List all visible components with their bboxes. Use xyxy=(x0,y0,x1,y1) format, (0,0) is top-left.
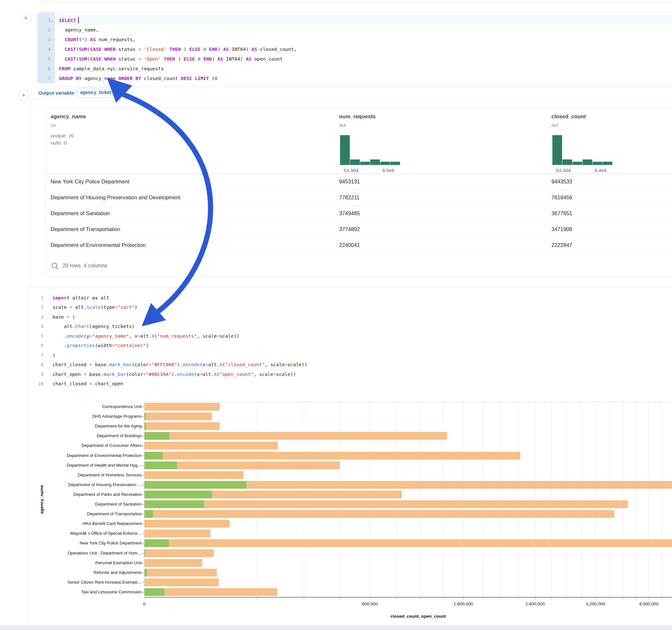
table-cell: 9443533 xyxy=(551,178,572,185)
table-cell: Department of Transportation xyxy=(51,226,120,232)
add-cell-button-output[interactable]: + xyxy=(18,90,29,101)
code-text: .properties(width="container") xyxy=(48,343,149,348)
column-header[interactable]: agency_name xyxy=(51,114,86,120)
code-text: chart_closed + chart_open xyxy=(48,381,123,386)
output-variable-chip[interactable]: agency_tickets xyxy=(77,88,112,98)
python-code-line[interactable]: 7) xyxy=(28,350,672,360)
python-code-line[interactable]: 1import altair as alt xyxy=(28,293,672,303)
histogram-bar xyxy=(573,162,582,165)
python-code-line[interactable]: 8chart_closed = base.mark_bar(color="#FF… xyxy=(28,360,672,370)
line-number: 10 xyxy=(28,381,48,386)
table-cell: 2240041 xyxy=(339,242,360,248)
python-code-line[interactable]: 5 .encode(y="agency_name", x=alt.X("num_… xyxy=(28,331,672,341)
code-text: .encode(y="agency_name", x=alt.X("num_re… xyxy=(48,334,239,339)
python-code-line[interactable]: 2scale = alt.Scale(type="sqrt") xyxy=(28,303,672,312)
line-number: 1⌄ xyxy=(38,18,55,23)
histogram-bar xyxy=(593,162,602,165)
code-text: GROUP BY agency_name ORDER BY closed_cou… xyxy=(55,76,217,81)
line-number: 6 xyxy=(28,343,48,348)
histogram-max-label: 9.4e6 xyxy=(595,168,607,173)
python-code-line[interactable]: 6 .properties(width="container") xyxy=(28,341,672,350)
table-row[interactable]: Department of Environmental Protection22… xyxy=(46,238,672,254)
output-variable-label: Output variable: xyxy=(38,90,75,96)
column-histogram xyxy=(552,135,613,165)
histogram-min-label: 53,304 xyxy=(556,168,571,173)
line-number: 6 xyxy=(38,66,55,71)
python-code-line[interactable]: 3⌄base = ( xyxy=(28,312,672,322)
table-cell: 3749485 xyxy=(339,210,360,217)
sql-cell: 1⌄SELECT2 agency_name,3 COUNT(*) AS num_… xyxy=(37,12,672,87)
sql-code-line[interactable]: 3 COUNT(*) AS num_requests, xyxy=(38,35,672,44)
sql-editor[interactable]: 1⌄SELECT2 agency_name,3 COUNT(*) AS num_… xyxy=(38,13,672,83)
code-text: CAST(SUM(CASE WHEN status = 'Closed' THE… xyxy=(55,47,296,52)
line-number: 3⌄ xyxy=(28,314,48,319)
column-stat: nulls: 0 xyxy=(51,140,67,146)
sql-code-line[interactable]: 4 CAST(SUM(CASE WHEN status = 'Closed' T… xyxy=(38,44,672,54)
table-row-count: 20 rows, 4 columns xyxy=(63,263,107,269)
table-cell: Department of Housing Preservation and D… xyxy=(51,194,181,201)
code-text: SELECT xyxy=(55,17,79,23)
table-cell: 3774892 xyxy=(339,226,360,232)
code-text: alt.Chart(agency_tickets) xyxy=(48,324,135,329)
histogram-bar xyxy=(360,162,370,165)
sql-code-line[interactable]: 7GROUP BY agency_name ORDER BY closed_co… xyxy=(38,74,672,83)
line-number: 7 xyxy=(38,76,55,81)
code-text: base = ( xyxy=(48,314,75,319)
notebook-canvas: + + 1⌄SELECT2 agency_name,3 COUNT(*) AS … xyxy=(0,0,672,630)
column-header[interactable]: num_requests xyxy=(339,114,376,120)
table-cell: 9453131 xyxy=(339,178,360,185)
code-text: scale = alt.Scale(type="sqrt") xyxy=(48,305,138,310)
python-cell: 1import altair as alt2scale = alt.Scale(… xyxy=(28,287,672,627)
table-cell: 7782211 xyxy=(339,194,360,201)
histogram-bar xyxy=(603,162,613,165)
table-cell: 2222847 xyxy=(551,242,572,248)
sql-code-line[interactable]: 5 CAST(SUM(CASE WHEN status = 'Open' THE… xyxy=(38,54,672,64)
python-code-line[interactable]: 9chart_open = base.mark_bar(color="#8BC3… xyxy=(28,369,672,379)
table-cell: 3677651 xyxy=(551,210,572,217)
line-number: 2 xyxy=(38,27,55,32)
table-row[interactable]: Department of Housing Preservation and D… xyxy=(46,190,672,206)
table-row[interactable]: Department of Transportation377489234719… xyxy=(46,222,672,238)
histogram-min-label: 53,304 xyxy=(344,168,359,173)
code-text: COUNT(*) AS num_requests, xyxy=(55,37,136,42)
chevron-down-icon[interactable]: ⌄ xyxy=(51,19,53,23)
python-editor[interactable]: 1import altair as alt2scale = alt.Scale(… xyxy=(28,287,672,389)
column-header[interactable]: closed_count xyxy=(551,114,586,120)
line-number: 8 xyxy=(28,362,48,367)
python-code-line[interactable]: 10chart_closed + chart_open xyxy=(28,379,672,389)
sql-code-line[interactable]: 6FROM sample_data.nyc.service_requests xyxy=(38,64,672,74)
histogram-bar xyxy=(370,160,380,165)
table-cell: Department of Environmental Protection xyxy=(51,242,146,248)
table-row[interactable]: New York City Police Department945313194… xyxy=(46,174,672,190)
results-table: 20 rows, 4 columns agency_namestrunique:… xyxy=(45,108,672,277)
table-row[interactable]: Department of Sanitation37494853677651 xyxy=(46,206,672,222)
line-number: 9 xyxy=(28,372,48,377)
line-number: 3 xyxy=(38,37,55,42)
sql-code-line[interactable]: 2 agency_name, xyxy=(38,25,672,35)
code-text: import altair as alt xyxy=(48,295,109,300)
table-cell: New York City Police Department xyxy=(51,178,129,185)
histogram-bar xyxy=(390,162,400,165)
line-number: 2 xyxy=(28,305,48,310)
column-type: i64 xyxy=(339,122,346,128)
column-histogram xyxy=(340,135,401,165)
line-number: 4 xyxy=(28,324,48,329)
add-cell-button-top[interactable]: + xyxy=(20,12,32,24)
code-text: agency_name, xyxy=(55,27,99,32)
sql-code-line[interactable]: 1⌄SELECT xyxy=(38,15,672,25)
next-cell-area xyxy=(0,625,672,630)
histogram-bar xyxy=(350,160,360,165)
code-text: chart_closed = base.mark_bar(color="#FFC… xyxy=(48,362,307,367)
python-code-line[interactable]: 4 alt.Chart(agency_tickets) xyxy=(28,322,672,332)
column-stat: unique: 20 xyxy=(51,133,74,139)
line-number: 7 xyxy=(28,353,48,358)
code-text: CAST(SUM(CASE WHEN status = 'Open' THEN … xyxy=(55,56,283,62)
histogram-bar xyxy=(562,160,572,165)
line-number: 5 xyxy=(28,334,48,339)
code-text: ) xyxy=(48,353,55,358)
code-text: chart_open = base.mark_bar(color="#8BC34… xyxy=(48,372,296,377)
search-icon[interactable] xyxy=(51,262,59,270)
column-type: str xyxy=(51,122,56,128)
chevron-down-icon[interactable]: ⌄ xyxy=(44,315,46,319)
table-cell: 3471908 xyxy=(551,226,572,232)
